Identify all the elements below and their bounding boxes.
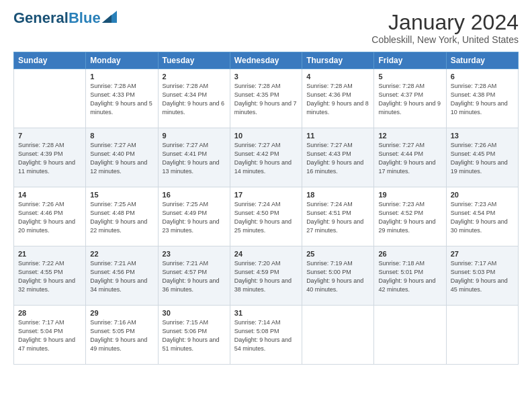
day-number: 10: [234, 132, 298, 140]
day-info: Sunrise: 7:28 AMSunset: 4:36 PMDaylight:…: [306, 83, 369, 116]
day-info: Sunrise: 7:17 AMSunset: 5:03 PMDaylight:…: [451, 260, 508, 293]
table-row: 11 Sunrise: 7:27 AMSunset: 4:43 PMDaylig…: [302, 128, 374, 187]
table-row: 7 Sunrise: 7:28 AMSunset: 4:39 PMDayligh…: [14, 128, 86, 187]
table-row: 30 Sunrise: 7:15 AMSunset: 5:06 PMDaylig…: [158, 306, 230, 365]
day-number: 23: [163, 250, 226, 258]
header-monday: Monday: [86, 52, 158, 69]
calendar-table: Sunday Monday Tuesday Wednesday Thursday…: [13, 52, 519, 365]
table-row: 16 Sunrise: 7:25 AMSunset: 4:49 PMDaylig…: [158, 187, 230, 246]
table-row: [446, 306, 518, 365]
table-row: 21 Sunrise: 7:22 AMSunset: 4:55 PMDaylig…: [14, 246, 86, 306]
table-row: 28 Sunrise: 7:17 AMSunset: 5:04 PMDaylig…: [14, 306, 86, 365]
table-row: 6 Sunrise: 7:28 AMSunset: 4:38 PMDayligh…: [446, 69, 518, 128]
table-row: 10 Sunrise: 7:27 AMSunset: 4:42 PMDaylig…: [230, 128, 302, 187]
calendar-week-row: 14 Sunrise: 7:26 AMSunset: 4:46 PMDaylig…: [14, 187, 519, 246]
day-number: 29: [90, 309, 153, 317]
day-info: Sunrise: 7:19 AMSunset: 5:00 PMDaylight:…: [306, 260, 363, 293]
day-number: 26: [378, 250, 441, 258]
table-row: 19 Sunrise: 7:23 AMSunset: 4:52 PMDaylig…: [374, 187, 446, 246]
day-number: 4: [306, 73, 369, 81]
day-info: Sunrise: 7:17 AMSunset: 5:04 PMDaylight:…: [18, 319, 75, 352]
day-number: 15: [90, 191, 153, 199]
calendar-week-row: 21 Sunrise: 7:22 AMSunset: 4:55 PMDaylig…: [14, 246, 519, 306]
day-number: 27: [451, 250, 514, 258]
day-number: 25: [306, 250, 369, 258]
table-row: 14 Sunrise: 7:26 AMSunset: 4:46 PMDaylig…: [14, 187, 86, 246]
calendar-week-row: 28 Sunrise: 7:17 AMSunset: 5:04 PMDaylig…: [14, 306, 519, 365]
day-number: 12: [378, 132, 441, 140]
day-number: 2: [163, 73, 226, 81]
day-number: 5: [378, 73, 441, 81]
svg-marker-1: [102, 15, 112, 23]
table-row: 9 Sunrise: 7:27 AMSunset: 4:41 PMDayligh…: [158, 128, 230, 187]
day-info: Sunrise: 7:15 AMSunset: 5:06 PMDaylight:…: [163, 319, 220, 352]
table-row: 12 Sunrise: 7:27 AMSunset: 4:44 PMDaylig…: [374, 128, 446, 187]
day-number: 19: [378, 191, 441, 199]
table-row: 15 Sunrise: 7:25 AMSunset: 4:48 PMDaylig…: [86, 187, 158, 246]
day-number: 24: [234, 250, 298, 258]
day-info: Sunrise: 7:25 AMSunset: 4:49 PMDaylight:…: [163, 201, 220, 234]
table-row: 20 Sunrise: 7:23 AMSunset: 4:54 PMDaylig…: [446, 187, 518, 246]
table-row: 17 Sunrise: 7:24 AMSunset: 4:50 PMDaylig…: [230, 187, 302, 246]
day-number: 28: [18, 309, 81, 317]
day-number: 18: [306, 191, 369, 199]
day-info: Sunrise: 7:28 AMSunset: 4:38 PMDaylight:…: [451, 83, 508, 116]
day-info: Sunrise: 7:23 AMSunset: 4:52 PMDaylight:…: [378, 201, 435, 234]
header-tuesday: Tuesday: [158, 52, 230, 69]
table-row: [374, 306, 446, 365]
title-block: January 2024 Cobleskill, New York, Unite…: [371, 11, 519, 45]
day-info: Sunrise: 7:27 AMSunset: 4:43 PMDaylight:…: [306, 142, 363, 175]
day-number: 3: [234, 73, 298, 81]
header-saturday: Saturday: [446, 52, 518, 69]
table-row: 5 Sunrise: 7:28 AMSunset: 4:37 PMDayligh…: [374, 69, 446, 128]
day-number: 22: [90, 250, 153, 258]
day-info: Sunrise: 7:28 AMSunset: 4:34 PMDaylight:…: [163, 83, 225, 116]
day-info: Sunrise: 7:26 AMSunset: 4:46 PMDaylight:…: [18, 201, 75, 234]
page-container: GeneralBlue January 2024 Cobleskill, New…: [0, 0, 532, 373]
day-number: 13: [451, 132, 514, 140]
day-info: Sunrise: 7:27 AMSunset: 4:40 PMDaylight:…: [90, 142, 147, 175]
day-info: Sunrise: 7:25 AMSunset: 4:48 PMDaylight:…: [90, 201, 147, 234]
day-number: 6: [451, 73, 514, 81]
day-number: 8: [90, 132, 153, 140]
header: GeneralBlue January 2024 Cobleskill, New…: [13, 11, 519, 45]
day-info: Sunrise: 7:27 AMSunset: 4:41 PMDaylight:…: [163, 142, 220, 175]
day-info: Sunrise: 7:28 AMSunset: 4:39 PMDaylight:…: [18, 142, 75, 175]
header-wednesday: Wednesday: [230, 52, 302, 69]
day-info: Sunrise: 7:18 AMSunset: 5:01 PMDaylight:…: [378, 260, 435, 293]
table-row: 22 Sunrise: 7:21 AMSunset: 4:56 PMDaylig…: [86, 246, 158, 306]
header-thursday: Thursday: [302, 52, 374, 69]
table-row: 3 Sunrise: 7:28 AMSunset: 4:35 PMDayligh…: [230, 69, 302, 128]
day-number: 16: [163, 191, 226, 199]
logo-text: GeneralBlue: [13, 11, 101, 26]
day-number: 21: [18, 250, 81, 258]
table-row: 29 Sunrise: 7:16 AMSunset: 5:05 PMDaylig…: [86, 306, 158, 365]
table-row: 27 Sunrise: 7:17 AMSunset: 5:03 PMDaylig…: [446, 246, 518, 306]
logo: GeneralBlue: [13, 11, 117, 26]
weekday-header-row: Sunday Monday Tuesday Wednesday Thursday…: [14, 52, 519, 69]
day-number: 20: [451, 191, 514, 199]
table-row: 23 Sunrise: 7:21 AMSunset: 4:57 PMDaylig…: [158, 246, 230, 306]
table-row: 26 Sunrise: 7:18 AMSunset: 5:01 PMDaylig…: [374, 246, 446, 306]
day-info: Sunrise: 7:21 AMSunset: 4:57 PMDaylight:…: [163, 260, 220, 293]
table-row: 8 Sunrise: 7:27 AMSunset: 4:40 PMDayligh…: [86, 128, 158, 187]
table-row: 1 Sunrise: 7:28 AMSunset: 4:33 PMDayligh…: [86, 69, 158, 128]
location: Cobleskill, New York, United States: [371, 34, 519, 45]
day-info: Sunrise: 7:28 AMSunset: 4:33 PMDaylight:…: [90, 83, 152, 116]
day-info: Sunrise: 7:16 AMSunset: 5:05 PMDaylight:…: [90, 319, 147, 352]
logo-icon: [102, 11, 117, 23]
table-row: 13 Sunrise: 7:26 AMSunset: 4:45 PMDaylig…: [446, 128, 518, 187]
table-row: 2 Sunrise: 7:28 AMSunset: 4:34 PMDayligh…: [158, 69, 230, 128]
table-row: [14, 69, 86, 128]
day-info: Sunrise: 7:27 AMSunset: 4:44 PMDaylight:…: [378, 142, 435, 175]
header-friday: Friday: [374, 52, 446, 69]
table-row: [302, 306, 374, 365]
table-row: 25 Sunrise: 7:19 AMSunset: 5:00 PMDaylig…: [302, 246, 374, 306]
day-info: Sunrise: 7:24 AMSunset: 4:50 PMDaylight:…: [234, 201, 292, 234]
month-title: January 2024: [371, 11, 519, 34]
calendar-week-row: 1 Sunrise: 7:28 AMSunset: 4:33 PMDayligh…: [14, 69, 519, 128]
day-info: Sunrise: 7:28 AMSunset: 4:35 PMDaylight:…: [234, 83, 297, 116]
header-sunday: Sunday: [14, 52, 86, 69]
day-info: Sunrise: 7:24 AMSunset: 4:51 PMDaylight:…: [306, 201, 363, 234]
day-number: 11: [306, 132, 369, 140]
